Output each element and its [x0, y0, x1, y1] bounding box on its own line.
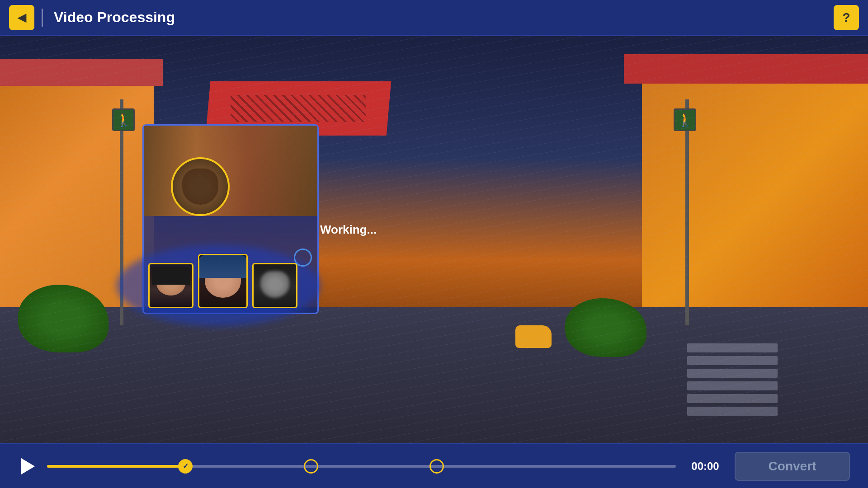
timeline-node-3[interactable] [429, 459, 444, 474]
pole-right [685, 99, 689, 325]
magnifier-face-preview [182, 169, 218, 205]
face-thumbnail-2[interactable] [198, 254, 248, 308]
play-icon [21, 458, 35, 474]
face-thumbnails-container [148, 254, 313, 317]
crosswalk [687, 343, 778, 425]
header-divider [42, 9, 43, 27]
app-container: ◀ Video Processing ? [0, 0, 868, 488]
timeline-node-1[interactable] [178, 459, 193, 474]
video-area: 🚶 🚶 Working... [0, 36, 868, 443]
building-left-overhang [0, 59, 163, 86]
face-detection-panel: Working... [142, 124, 319, 314]
working-status-text: Working... [320, 223, 377, 237]
face-thumbnail-3[interactable] [252, 263, 297, 308]
time-display: 00:00 [685, 460, 726, 473]
timeline-node-2[interactable] [304, 459, 318, 474]
traffic-light-left: 🚶 [112, 108, 135, 131]
timeline-progress [47, 465, 185, 468]
back-button[interactable]: ◀ [9, 5, 34, 30]
magnifier-circle [171, 157, 230, 216]
face-preview-background [144, 126, 317, 216]
traffic-light-right: 🚶 [674, 108, 696, 131]
connector-circle [294, 249, 312, 267]
convert-button[interactable]: Convert [735, 452, 850, 481]
scooter [515, 325, 552, 348]
timeline-track [47, 465, 676, 468]
face-thumbnail-1[interactable] [148, 263, 193, 308]
banner-lines [231, 95, 366, 122]
building-right-overhang [624, 54, 868, 84]
controls-bar: 00:00 Convert [0, 443, 868, 488]
timeline[interactable] [47, 462, 676, 471]
page-title: Video Processing [54, 9, 175, 26]
help-button[interactable]: ? [834, 5, 859, 30]
header-bar: ◀ Video Processing ? [0, 0, 868, 36]
play-button[interactable] [18, 456, 38, 476]
